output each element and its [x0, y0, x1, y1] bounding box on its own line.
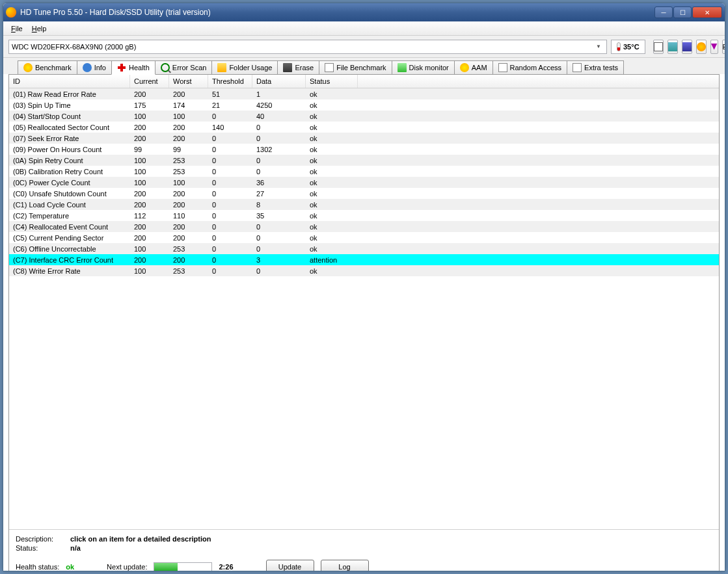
copy-button[interactable]: [653, 40, 664, 54]
cell: 0: [208, 233, 252, 242]
cell: 253: [169, 156, 208, 165]
cell: 4250: [252, 101, 306, 110]
cell: ok: [306, 178, 358, 187]
cell: 200: [169, 222, 208, 231]
table-row[interactable]: (0C) Power Cycle Count100100036ok: [9, 177, 719, 188]
cell: 100: [130, 112, 169, 121]
cell: (03) Spin Up Time: [9, 101, 130, 110]
col-current[interactable]: Current: [130, 75, 169, 88]
cell: 0: [252, 233, 306, 242]
cell: ok: [306, 145, 358, 154]
menu-file[interactable]: File: [7, 23, 27, 34]
screenshot-button[interactable]: [682, 40, 692, 54]
cell: 110: [169, 211, 208, 220]
tab-benchmark[interactable]: Benchmark: [18, 60, 77, 74]
tab-erase[interactable]: Erase: [277, 60, 319, 74]
table-row[interactable]: (C5) Current Pending Sector20020000ok: [9, 232, 719, 243]
cell: 175: [130, 101, 169, 110]
tab-folder-usage[interactable]: Folder Usage: [211, 60, 278, 74]
cell: 200: [169, 255, 208, 265]
tab-health[interactable]: Health: [111, 60, 155, 75]
cell: 8: [252, 200, 306, 209]
tab-random-access[interactable]: Random Access: [492, 60, 567, 74]
cell: 99: [169, 145, 208, 154]
table-row[interactable]: (C0) Unsafe Shutdown Count200200027ok: [9, 188, 719, 199]
table-row[interactable]: (03) Spin Up Time175174214250ok: [9, 99, 719, 111]
cell: ok: [306, 222, 358, 231]
cell: 0: [208, 222, 252, 231]
col-worst[interactable]: Worst: [169, 75, 208, 88]
tab-error-scan[interactable]: Error Scan: [155, 60, 213, 74]
cell: 100: [130, 167, 169, 176]
table-header: ID Current Worst Threshold Data Status: [9, 75, 719, 88]
save-button[interactable]: [667, 40, 678, 54]
next-update-timer: 2:26: [219, 563, 233, 571]
table-row[interactable]: (C7) Interface CRC Error Count20020003at…: [9, 254, 719, 265]
cell: 200: [130, 233, 169, 242]
close-button[interactable]: ✕: [692, 7, 722, 18]
table-body[interactable]: (01) Raw Read Error Rate200200511ok(03) …: [9, 88, 719, 529]
cell: 0: [208, 145, 252, 154]
cell: ok: [306, 167, 358, 176]
col-threshold[interactable]: Threshold: [208, 75, 252, 88]
table-row[interactable]: (01) Raw Read Error Rate200200511ok: [9, 88, 719, 99]
col-id[interactable]: ID: [9, 75, 130, 88]
log-button[interactable]: Log: [321, 560, 369, 571]
minimize-button[interactable]: ─: [654, 7, 673, 18]
cell: 0: [208, 112, 252, 121]
minimize-tray-button[interactable]: [710, 40, 718, 54]
description-label: Description:: [16, 535, 61, 543]
tab-content: ID Current Worst Threshold Data Status (…: [8, 74, 720, 571]
tab-info[interactable]: Info: [77, 60, 112, 74]
cell: 100: [169, 178, 208, 187]
tab-file-benchmark[interactable]: File Benchmark: [319, 60, 392, 74]
table-row[interactable]: (C2) Temperature112110035ok: [9, 210, 719, 221]
maximize-button[interactable]: ☐: [673, 7, 692, 18]
cell: (C1) Load Cycle Count: [9, 200, 130, 209]
exit-button[interactable]: Exit: [722, 40, 725, 54]
bulb-icon: [23, 63, 33, 72]
table-row[interactable]: (C6) Offline Uncorrectable10025300ok: [9, 243, 719, 254]
col-status[interactable]: Status: [306, 75, 358, 88]
titlebar[interactable]: HD Tune Pro 5.50 - Hard Disk/SSD Utility…: [3, 3, 725, 21]
cell: attention: [306, 255, 358, 265]
table-row[interactable]: (C4) Reallocated Event Count20020000ok: [9, 221, 719, 232]
tab-disk-monitor[interactable]: Disk monitor: [392, 60, 455, 74]
cell: 21: [208, 101, 252, 110]
cell: 200: [130, 123, 169, 132]
table-row[interactable]: (C8) Write Error Rate10025300ok: [9, 265, 719, 276]
cell: ok: [306, 189, 358, 198]
folder-icon: [217, 63, 226, 72]
cell: (C5) Current Pending Sector: [9, 233, 130, 242]
cell: 140: [208, 123, 252, 132]
update-progress: [154, 562, 212, 571]
random-icon: [498, 63, 507, 72]
menu-help[interactable]: Help: [28, 23, 51, 34]
cell: 253: [169, 167, 208, 176]
tabstrip: Benchmark Info Health Error Scan Folder …: [3, 58, 725, 74]
drive-select[interactable]: WDC WD20EFRX-68AX9N0 (2000 gB) ▼: [8, 40, 607, 54]
col-data[interactable]: Data: [252, 75, 306, 88]
cell: ok: [306, 156, 358, 165]
cell: 0: [252, 267, 306, 276]
cell: 0: [208, 189, 252, 198]
window-title: HD Tune Pro 5.50 - Hard Disk/SSD Utility…: [20, 8, 654, 17]
cell: 200: [130, 90, 169, 99]
table-row[interactable]: (0B) Calibration Retry Count10025300ok: [9, 166, 719, 177]
checklist-icon: [573, 63, 582, 72]
cell: 51: [208, 90, 252, 99]
update-button[interactable]: Update: [266, 560, 314, 571]
health-status-label: Health status:: [16, 563, 59, 571]
table-row[interactable]: (09) Power On Hours Count999901302ok: [9, 144, 719, 155]
options-button[interactable]: [696, 40, 707, 54]
table-row[interactable]: (07) Seek Error Rate20020000ok: [9, 133, 719, 144]
cell: ok: [306, 123, 358, 132]
cell: 200: [169, 233, 208, 242]
tab-extra-tests[interactable]: Extra tests: [567, 60, 624, 74]
tab-aam[interactable]: AAM: [454, 60, 493, 74]
table-row[interactable]: (0A) Spin Retry Count10025300ok: [9, 155, 719, 166]
cell: (C8) Write Error Rate: [9, 267, 130, 276]
table-row[interactable]: (C1) Load Cycle Count20020008ok: [9, 199, 719, 210]
table-row[interactable]: (04) Start/Stop Count100100040ok: [9, 111, 719, 122]
table-row[interactable]: (05) Reallocated Sector Count2002001400o…: [9, 122, 719, 133]
